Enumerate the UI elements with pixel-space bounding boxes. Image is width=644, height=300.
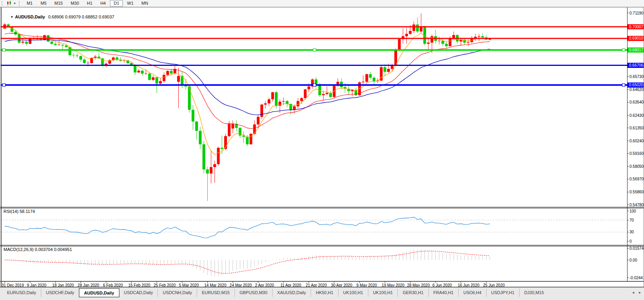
svg-text:16 Jun 2020: 16 Jun 2020 xyxy=(458,283,479,287)
svg-text:30: 30 xyxy=(629,230,634,234)
svg-text:0.63540: 0.63540 xyxy=(629,100,644,104)
toolbar-grip[interactable] xyxy=(19,1,21,6)
timeframe-button-h4[interactable]: H4 xyxy=(97,0,109,7)
chart-tab-eurusd-daily[interactable]: EURUSD,Daily xyxy=(2,289,41,297)
chart-tab-audusd-daily[interactable]: AUDUSD,Daily xyxy=(79,288,119,297)
svg-text:0.65020: 0.65020 xyxy=(629,83,644,87)
svg-text:25 Jun 2020: 25 Jun 2020 xyxy=(483,283,505,287)
svg-text:24 Mar 2020: 24 Mar 2020 xyxy=(230,283,252,287)
hline-price-badge: 0.68017 xyxy=(628,47,644,53)
hline-price-badge: 0.70007 xyxy=(628,24,644,29)
chart-type-button[interactable]: ▼ xyxy=(5,0,17,7)
chart-tab-uk100-h1[interactable]: UK100,H1 xyxy=(368,289,398,297)
svg-text:2 Apr 2020: 2 Apr 2020 xyxy=(255,283,274,287)
svg-text:0.55860: 0.55860 xyxy=(629,190,644,194)
hline-handle[interactable] xyxy=(3,84,5,86)
hline-price-badge: 0.65020 xyxy=(628,82,644,87)
chart-tabs: EURUSD,DailyUSDCHF,DailyAUDUSD,DailyUSDC… xyxy=(2,289,549,297)
timeframe-button-h1[interactable]: H1 xyxy=(83,0,96,7)
svg-text:0.69010: 0.69010 xyxy=(629,36,644,40)
svg-text:0.66706: 0.66706 xyxy=(629,63,644,67)
svg-text:0.62430: 0.62430 xyxy=(629,113,644,118)
svg-text:0.61350: 0.61350 xyxy=(629,126,644,130)
chart-tab-ger30-h1[interactable]: GER30,H1 xyxy=(397,289,428,297)
hline-handle[interactable] xyxy=(3,49,5,51)
hline-price-badge: 0.69010 xyxy=(628,36,644,41)
svg-text:0.54780: 0.54780 xyxy=(629,203,644,207)
hline-handle[interactable] xyxy=(622,84,625,86)
tabs-scroll-left-button[interactable]: ◂ xyxy=(630,289,637,296)
svg-text:19 May 2020: 19 May 2020 xyxy=(382,283,404,287)
timeframe-button-m30[interactable]: M30 xyxy=(67,0,82,7)
chart-symbol-period: AUDUSD,Daily xyxy=(15,15,45,19)
svg-text:14 Mar 2020: 14 Mar 2020 xyxy=(204,283,227,287)
svg-text:28 May 2020: 28 May 2020 xyxy=(407,283,430,287)
candlestick-chart-icon xyxy=(7,1,13,6)
timeframe-button-mn[interactable]: MN xyxy=(138,0,152,7)
svg-text:0.60240: 0.60240 xyxy=(629,139,644,143)
svg-text:0.59160: 0.59160 xyxy=(629,151,644,156)
timeframe-button-w1[interactable]: W1 xyxy=(124,0,137,7)
svg-text:9 May 2020: 9 May 2020 xyxy=(357,283,377,287)
chart-tab-usdchf-daily[interactable]: USDCHF,Daily xyxy=(41,289,79,297)
chart-tab-gbpusd-m30[interactable]: GBPUSD,M30 xyxy=(234,289,272,297)
svg-text:21 Apr 2020: 21 Apr 2020 xyxy=(306,283,327,287)
chart-surface[interactable]: 0.711900.657300.646200.635400.624300.613… xyxy=(0,7,644,287)
chart-window: 0.711900.657300.646200.635400.624300.613… xyxy=(0,7,644,287)
hline-handle[interactable] xyxy=(622,49,625,51)
mt4-terminal: ▼ M1M5M15M30H1H4D1W1MN 0.711900.657300.6… xyxy=(0,0,644,300)
chart-tab-usdcad-daily[interactable]: USDCAD,Daily xyxy=(119,289,158,297)
svg-text:28 Jan 2020: 28 Jan 2020 xyxy=(78,283,99,287)
svg-text:6 Jun 2020: 6 Jun 2020 xyxy=(432,283,452,287)
svg-text:9 Jan 2020: 9 Jan 2020 xyxy=(27,283,47,287)
hline-price-badge: 0.66706 xyxy=(628,63,644,68)
chart-tab-eurusd-m15[interactable]: EURUSD,M15 xyxy=(197,289,234,297)
svg-text:0.70007: 0.70007 xyxy=(629,25,644,29)
chart-ohlc-values: 0.68906 0.69079 0.68852 0.69037 xyxy=(48,15,114,19)
svg-text:0.56970: 0.56970 xyxy=(629,177,644,181)
svg-text:18 Jan 2020: 18 Jan 2020 xyxy=(52,283,74,287)
chart-tab-dj30-m15[interactable]: DJ30,M15 xyxy=(519,289,549,297)
chart-tab-hk50-h1[interactable]: HK50,H1 xyxy=(311,289,338,297)
timeframe-toolbar: ▼ M1M5M15M30H1H4D1W1MN xyxy=(0,0,644,7)
rsi-indicator-label: RSI(14) 58.1174 xyxy=(4,209,35,214)
macd-indicator-label: MACD(12,26,9) 0.003704 0.004951 xyxy=(4,247,72,252)
hline-handle[interactable] xyxy=(313,49,316,51)
svg-text:-0.024412: -0.024412 xyxy=(629,276,644,280)
svg-text:30 Apr 2020: 30 Apr 2020 xyxy=(331,283,352,287)
chart-tab-xauusd-daily[interactable]: XAUUSD,Daily xyxy=(272,289,311,297)
svg-text:11 Apr 2020: 11 Apr 2020 xyxy=(280,283,302,287)
timeframe-button-d1[interactable]: D1 xyxy=(110,0,123,7)
svg-text:0: 0 xyxy=(629,239,632,244)
chart-tab-uk100-h1[interactable]: UK100,H1 xyxy=(338,289,368,297)
svg-text:5 Mar 2020: 5 Mar 2020 xyxy=(179,283,199,287)
svg-text:100: 100 xyxy=(629,209,636,213)
chart-tab-usdcnh-daily[interactable]: USDCNH,Daily xyxy=(157,289,197,297)
chart-title: ▼AUDUSD,Daily0.68906 0.69079 0.68852 0.6… xyxy=(3,10,114,24)
svg-text:25 Feb 2020: 25 Feb 2020 xyxy=(154,283,176,287)
chart-tab-usoil-h4[interactable]: USOil,H4 xyxy=(458,289,486,297)
timeframe-button-m15[interactable]: M15 xyxy=(51,0,66,7)
svg-text:0.68017: 0.68017 xyxy=(629,48,644,52)
svg-text:15 Feb 2020: 15 Feb 2020 xyxy=(128,283,151,287)
tabs-scroll-right-button[interactable]: ▸ xyxy=(637,289,643,296)
chevron-down-icon: ▼ xyxy=(13,2,16,5)
svg-text:31 Dec 2019: 31 Dec 2019 xyxy=(2,283,24,287)
svg-text:0.58050: 0.58050 xyxy=(629,164,644,169)
toolbar-grip[interactable] xyxy=(2,1,4,6)
chart-tab-usdjpy-h1[interactable]: USDJPY,H1 xyxy=(486,289,519,297)
timeframe-button-m1[interactable]: M1 xyxy=(23,0,36,7)
timeframe-button-m5[interactable]: M5 xyxy=(37,0,50,7)
chart-tab-fra40-h1[interactable]: FRA40,H1 xyxy=(428,289,458,297)
hline-handle[interactable] xyxy=(313,84,316,86)
timeframe-buttons: M1M5M15M30H1H4D1W1MN xyxy=(23,0,152,7)
svg-text:0.00: 0.00 xyxy=(629,258,637,262)
svg-text:70: 70 xyxy=(629,218,634,222)
chart-tab-bar: EURUSD,DailyUSDCHF,DailyAUDUSD,DailyUSDC… xyxy=(0,287,644,300)
svg-text:0.65730: 0.65730 xyxy=(629,75,644,79)
svg-text:0.015741: 0.015741 xyxy=(629,246,644,251)
svg-text:0.64620: 0.64620 xyxy=(629,87,644,92)
svg-text:0.71190: 0.71190 xyxy=(629,11,644,15)
svg-text:6 Feb 2020: 6 Feb 2020 xyxy=(103,283,123,287)
chart-menu-arrow-icon[interactable]: ▼ xyxy=(10,15,13,19)
